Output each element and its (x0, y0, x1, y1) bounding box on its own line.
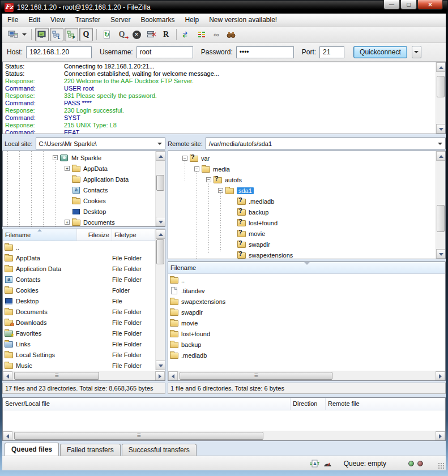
menu-view[interactable]: View (45, 14, 70, 26)
splitter-collapse-icon[interactable] (304, 262, 310, 265)
scroll-down-arrow[interactable] (156, 217, 165, 226)
file-row[interactable]: LinksFile Folder (3, 338, 155, 349)
file-row[interactable]: MusicFile Folder (3, 360, 155, 370)
tree-item-application-data[interactable]: Application Data (3, 174, 155, 185)
close-button[interactable]: ✕ (417, 0, 443, 10)
combo-dropdown-button[interactable] (436, 139, 445, 148)
tree-item-contacts[interactable]: Contacts (3, 185, 155, 195)
tab-failed-transfers[interactable]: Failed transfers (60, 444, 121, 456)
tree-expander[interactable]: − (218, 188, 223, 193)
transfer-files-button[interactable]: ➜➜ (180, 28, 194, 41)
cancel-button[interactable]: ✕ (130, 28, 143, 41)
file-row[interactable]: CookiesFolder (3, 285, 155, 295)
tree-item-var[interactable]: −?var (168, 153, 436, 164)
local-tree-vertical-scrollbar[interactable] (155, 151, 165, 226)
menu-edit[interactable]: Edit (23, 14, 45, 26)
scrollbar-thumb[interactable] (14, 372, 99, 380)
password-input[interactable]: •••• (236, 46, 294, 58)
scroll-down-arrow[interactable] (436, 124, 446, 134)
local-list-vertical-scrollbar[interactable] (155, 229, 165, 370)
scroll-up-arrow[interactable] (156, 151, 165, 161)
tree-item-swapextensions[interactable]: ?swapextensions (168, 250, 436, 259)
toggle-local-tree-button[interactable]: L (50, 28, 63, 41)
file-row[interactable]: backup (168, 339, 445, 350)
tree-item-mediadb[interactable]: ?.mediadb (168, 196, 436, 207)
file-row[interactable]: Application DataFile Folder (3, 263, 155, 274)
remote-list-horizontal-scrollbar[interactable] (168, 371, 445, 380)
file-row[interactable]: lost+found (168, 328, 445, 339)
combo-dropdown-button[interactable] (155, 139, 164, 148)
scrollbar-thumb[interactable] (180, 372, 332, 380)
column-header-filename[interactable]: Filename (3, 229, 77, 241)
menu-transfer[interactable]: Transfer (70, 14, 105, 26)
speed-limit-icon[interactable] (323, 460, 332, 468)
tab-queued-files[interactable]: Queued files (5, 443, 59, 456)
column-header-server-local-file[interactable]: Server/Local file (3, 398, 291, 410)
scroll-up-arrow[interactable] (436, 151, 446, 161)
scrollbar-thumb[interactable] (14, 432, 263, 440)
site-manager-dropdown-button[interactable] (21, 28, 28, 41)
file-row[interactable]: ContactsFile Folder (3, 274, 155, 285)
disconnect-button[interactable]: ✕ (144, 28, 158, 41)
tree-item-movie[interactable]: ?movie (168, 228, 436, 239)
file-row[interactable]: swapdir (168, 307, 445, 318)
scrollbar-thumb[interactable] (437, 205, 445, 232)
tree-item-media[interactable]: −media (168, 164, 436, 174)
scroll-up-arrow[interactable] (436, 62, 446, 72)
port-input[interactable]: 21 (319, 46, 344, 58)
directory-comparison-button[interactable] (195, 28, 208, 41)
scroll-right-arrow[interactable] (436, 371, 445, 381)
tree-expander[interactable]: − (53, 155, 58, 160)
file-row[interactable]: DocumentsFile Folder (3, 306, 155, 317)
file-row[interactable]: Local SettingsFile Folder (3, 349, 155, 360)
column-header-filesize[interactable]: Filesize (77, 229, 112, 241)
tree-expander[interactable]: + (65, 166, 70, 171)
file-row[interactable]: DownloadsFile Folder (3, 317, 155, 328)
username-input[interactable]: root (136, 46, 193, 58)
queue-horizontal-scrollbar[interactable] (3, 431, 445, 440)
transfer-type-icon[interactable]: A (310, 459, 319, 468)
maximize-button[interactable]: ▢ (400, 0, 417, 10)
scroll-right-arrow[interactable] (436, 431, 445, 441)
menu-help[interactable]: Help (180, 14, 204, 26)
minimize-button[interactable]: — (383, 0, 400, 10)
scroll-right-arrow[interactable] (155, 371, 165, 381)
synchronized-browsing-button[interactable]: ∞ (210, 28, 223, 41)
file-row[interactable]: ★FavoritesFile Folder (3, 328, 155, 338)
quickconnect-dropdown-button[interactable] (412, 46, 421, 58)
log-vertical-scrollbar[interactable] (436, 62, 445, 134)
scrollbar-thumb[interactable] (437, 76, 445, 97)
remote-site-combo[interactable]: /var/media/autofs/sda1 (206, 138, 446, 149)
tree-item-autofs[interactable]: −?autofs (168, 174, 436, 185)
toggle-message-log-button[interactable] (35, 28, 49, 41)
tree-item-cookies[interactable]: Cookies (3, 195, 155, 206)
local-site-combo[interactable]: C:\Users\Mr Sparkle\ (36, 138, 165, 149)
column-header-remote-file[interactable]: Remote file (326, 398, 445, 410)
quickconnect-button[interactable]: Quickconnect (353, 46, 407, 58)
file-row[interactable]: .. (3, 242, 155, 252)
tree-item-backup[interactable]: ?backup (168, 207, 436, 217)
menu-new-version[interactable]: New version available! (204, 14, 282, 26)
scroll-up-arrow[interactable] (156, 229, 165, 239)
tree-expander[interactable]: − (206, 177, 211, 182)
reconnect-button[interactable]: R (159, 28, 173, 41)
file-row[interactable]: .. (168, 275, 445, 285)
tree-item-documents[interactable]: +Documents (3, 217, 155, 226)
menu-server[interactable]: Server (105, 14, 135, 26)
tree-expander[interactable]: − (194, 166, 199, 171)
find-files-button[interactable] (224, 28, 238, 41)
file-row[interactable]: swapextensions (168, 296, 445, 307)
file-row[interactable]: .mediadb (168, 350, 445, 361)
tree-item-sda1[interactable]: −sda1 (168, 185, 436, 196)
toggle-remote-tree-button[interactable]: F (65, 28, 78, 41)
column-header-direction[interactable]: Direction (291, 398, 326, 410)
scroll-left-arrow[interactable] (3, 371, 12, 381)
scroll-left-arrow[interactable] (168, 371, 178, 381)
scrollbar-thumb[interactable] (156, 175, 164, 191)
refresh-button[interactable]: ↻ (100, 28, 114, 41)
local-list-horizontal-scrollbar[interactable] (3, 371, 165, 380)
scroll-down-arrow[interactable] (436, 249, 446, 259)
toggle-queue-button[interactable]: Q (79, 28, 93, 41)
tree-item-appdata[interactable]: +AppData (3, 163, 155, 174)
file-row[interactable]: .titandev (168, 285, 445, 296)
